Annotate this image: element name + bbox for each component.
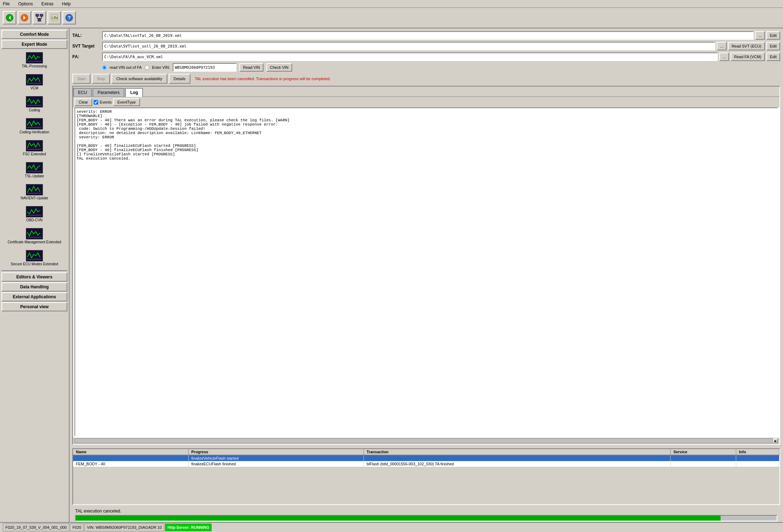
network-button[interactable] [33, 11, 46, 24]
tal-edit-button[interactable]: Edit [766, 31, 780, 40]
sidebar-item-obd-cvn[interactable]: OBD-CVN [1, 204, 67, 225]
clear-button[interactable]: Clear [74, 98, 92, 106]
vin-enter-label: Enter VIN: [152, 65, 170, 70]
read-svt-button[interactable]: Read SVT (ECU) [728, 42, 765, 50]
sidebar-separator [1, 270, 67, 271]
fsc-extended-label: FSC Extended [23, 152, 46, 156]
table-row[interactable]: finalizeVehicleFlash started [73, 455, 779, 461]
menu-bar: File Options Extras Help [0, 0, 783, 8]
col-service: Service [671, 449, 736, 455]
forward-button[interactable] [18, 11, 31, 24]
menu-file[interactable]: File [1, 1, 11, 7]
svg-rect-6 [38, 19, 41, 21]
sidebar-item-nav-ent-update[interactable]: NAV/ENT-Update [1, 182, 67, 203]
col-progress: Progress [188, 449, 363, 455]
vin-from-fa-label: read VIN out of FA [110, 65, 142, 70]
tal-input[interactable] [102, 31, 754, 40]
svt-edit-button[interactable]: Edit [766, 42, 780, 50]
tal-row: TAL: ... Edit [72, 31, 780, 40]
transaction-table: Name Progress Transaction Service Info f… [73, 449, 779, 467]
external-apps-button[interactable]: External Applications [1, 292, 67, 301]
vin-radio-group: read VIN out of FA Enter VIN: Read VIN C… [102, 63, 292, 72]
obd-cvn-label: OBD-CVN [26, 218, 43, 222]
status-server: Http-Server: RUNNING [165, 523, 212, 531]
tal-processing-label: TAL-Processing [22, 64, 47, 68]
vin-input[interactable] [173, 63, 237, 72]
menu-options[interactable]: Options [17, 1, 34, 7]
sidebar-item-coding-verification[interactable]: Coding-Verification [1, 116, 67, 137]
scroll-right-button[interactable]: ▶ [773, 438, 778, 443]
main-layout: Comfort Mode Expert Mode TAL-Processing … [0, 28, 783, 532]
svg-rect-4 [36, 14, 39, 16]
data-handling-button[interactable]: Data Handling [1, 282, 67, 292]
row2-info [736, 461, 779, 467]
row1-progress: finalizeVehicleFlash started [188, 455, 363, 461]
progress-bar-fill [76, 516, 721, 521]
events-checkbox[interactable] [94, 100, 98, 105]
back-button[interactable] [3, 11, 16, 24]
personal-view-button[interactable]: Personal view [1, 302, 67, 311]
svt-label: SVT Target [72, 44, 101, 49]
log-scroll-area: ▶ [73, 438, 779, 444]
read-fa-button[interactable]: Read FA (VCM) [731, 52, 765, 61]
expert-mode-button[interactable]: Expert Mode [1, 40, 67, 49]
vin-row: read VIN out of FA Enter VIN: Read VIN C… [72, 63, 780, 72]
details-button[interactable]: Details [169, 74, 191, 84]
comfort-mode-button[interactable]: Comfort Mode [1, 30, 67, 39]
fa-label: FA: [72, 54, 101, 59]
stop-button[interactable]: Stop [92, 74, 110, 84]
row2-name: FEM_BODY - 40 [73, 461, 188, 467]
svt-row: SVT Target ... Read SVT (ECU) Edit [72, 42, 780, 50]
action-status-text: TAL execution has been cancelled. Transa… [192, 77, 780, 81]
tsl-update-label: TSL-Update [25, 174, 44, 178]
fa-input[interactable] [102, 52, 718, 61]
status-vin: VIN: WBS8M92060P972193_DIAGADR 10 [84, 523, 164, 531]
editors-viewers-button[interactable]: Editors & Viewers [1, 272, 67, 282]
tab-ecu[interactable]: ECU [73, 88, 92, 96]
license-button[interactable]: LBs [48, 11, 61, 24]
events-checkbox-item[interactable]: Events [94, 100, 112, 105]
fa-browse-button[interactable]: ... [719, 52, 729, 61]
svt-browse-button[interactable]: ... [717, 42, 727, 50]
sidebar: Comfort Mode Expert Mode TAL-Processing … [0, 28, 70, 532]
start-button[interactable]: Start [72, 74, 90, 84]
row2-service [671, 461, 736, 467]
log-toolbar: Clear Events EventType [73, 97, 779, 107]
sidebar-item-tal-processing[interactable]: TAL-Processing [1, 50, 67, 71]
toolbar: LBs ? [0, 8, 783, 28]
read-vin-button[interactable]: Read VIN [239, 63, 263, 72]
menu-help[interactable]: Help [61, 1, 72, 7]
content-area: TAL: ... Edit SVT Target ... Read SVT (E… [70, 28, 783, 532]
svt-input[interactable] [102, 42, 715, 50]
vcm-label: VCM [30, 86, 38, 90]
tab-container: ECU Parameters Log Clear Events EventTyp… [72, 86, 780, 445]
tal-label: TAL: [72, 33, 101, 38]
vin-from-fa-radio[interactable] [102, 65, 107, 70]
sidebar-item-vcm[interactable]: VCM [1, 72, 67, 93]
col-transaction: Transaction [363, 449, 670, 455]
sidebar-item-coding[interactable]: Coding [1, 94, 67, 115]
menu-extras[interactable]: Extras [40, 1, 55, 7]
sidebar-item-fsc-extended[interactable]: FSC Extended [1, 138, 67, 159]
tal-browse-button[interactable]: ... [755, 31, 765, 40]
tab-parameters[interactable]: Parameters [93, 88, 124, 96]
event-type-button[interactable]: EventType [113, 98, 140, 106]
tab-log[interactable]: Log [125, 88, 143, 97]
cert-mgmt-label: Certificate Management Extended [7, 240, 61, 244]
check-vin-button[interactable]: Check VIN [266, 63, 292, 72]
svg-text:LBs: LBs [52, 16, 58, 20]
tab-bar: ECU Parameters Log [73, 87, 779, 97]
col-info: Info [736, 449, 779, 455]
vin-enter-radio[interactable] [145, 65, 149, 70]
row1-info [736, 455, 779, 461]
check-software-button[interactable]: Check software availability [111, 74, 167, 84]
status-build: F020_19_07_539_V_004_001_000 [3, 523, 69, 531]
fa-edit-button[interactable]: Edit [766, 52, 780, 61]
sidebar-item-tsl-update[interactable]: TSL-Update [1, 160, 67, 181]
help-button[interactable]: ? [62, 11, 76, 24]
status-f020: F020 [70, 523, 84, 531]
sidebar-item-cert-mgmt[interactable]: Certificate Management Extended [1, 226, 67, 247]
sidebar-item-secure-ecu[interactable]: Secure ECU Modes Extended [1, 248, 67, 269]
log-horizontal-scrollbar[interactable] [74, 438, 773, 443]
table-row[interactable]: FEM_BODY - 40 finalizeECUFlash finished … [73, 461, 779, 467]
